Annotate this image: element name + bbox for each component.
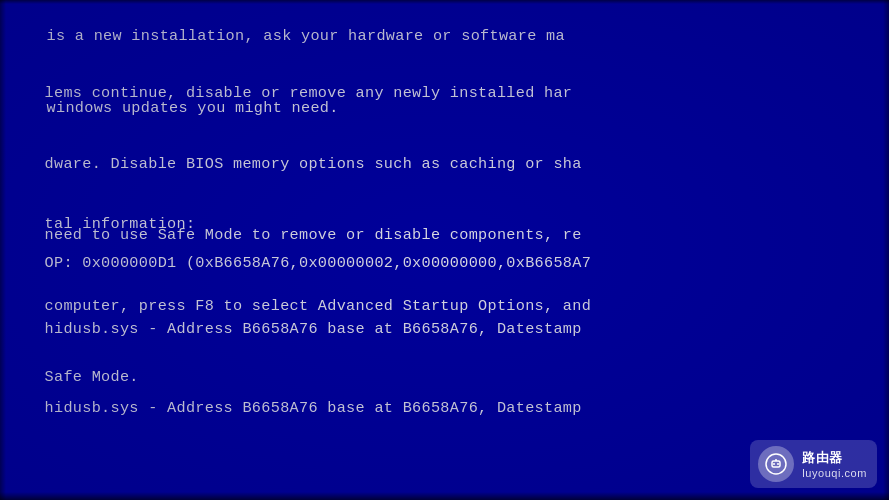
error-code: OP: 0x000000D1 (0xB6658A76,0x00000002,0x… [45,254,592,272]
driver-line-2: hidusb.sys - Address B6658A76 base at B6… [45,399,582,417]
watermark: 路由器 luyouqi.com [750,440,877,488]
bezel-right [883,0,889,500]
driver-info-block: hidusb.sys - Address B6658A76 base at B6… [0,290,582,447]
svg-point-3 [777,463,779,465]
error-code-block: OP: 0x000000D1 (0xB6658A76,0x00000002,0x… [0,228,591,299]
bsod-screen: is a new installation, ask your hardware… [0,0,889,500]
bezel-bottom [0,492,889,500]
bsod-content: is a new installation, ask your hardware… [0,0,889,500]
bezel-left [0,0,6,500]
driver-line-1: hidusb.sys - Address B6658A76 base at B6… [45,320,582,338]
mid-line-2: dware. Disable BIOS memory options such … [45,155,582,173]
top-line-1: is a new installation, ask your hardware… [47,27,565,45]
mid-line-1: lems continue, disable or remove any new… [45,84,573,102]
bezel-top [0,0,889,4]
watermark-text-block: 路由器 luyouqi.com [802,449,867,479]
watermark-sub: luyouqi.com [802,467,867,479]
watermark-main: 路由器 [802,449,867,467]
svg-point-0 [766,454,786,474]
watermark-icon [758,446,794,482]
svg-point-2 [773,463,775,465]
